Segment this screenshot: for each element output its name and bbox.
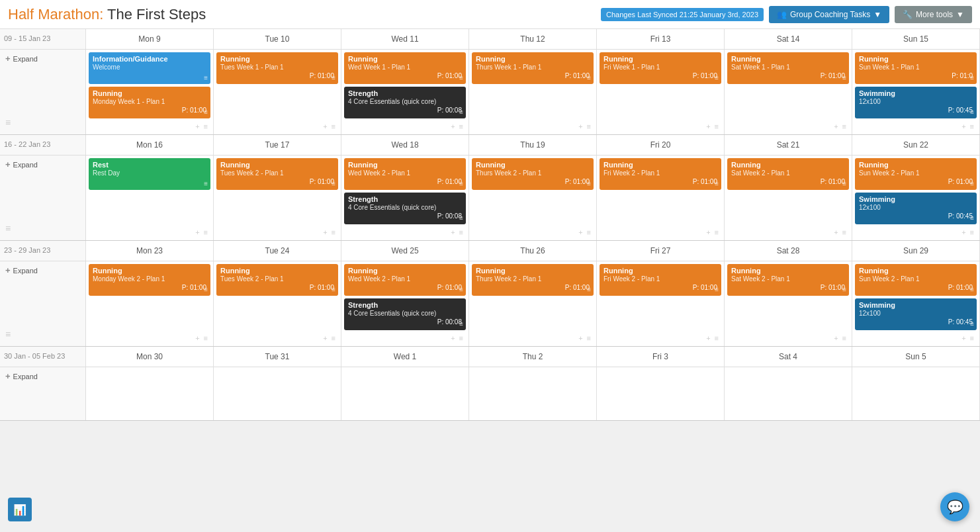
add-icon[interactable]: + [451, 228, 455, 236]
week2-sun-card2[interactable]: Swimming 12x100 P: 00:45 ≡ [855, 193, 977, 224]
card-time: P: 01:00 [93, 284, 206, 291]
week3-wed-card2[interactable]: Strength 4 Core Essentials (quick core) … [344, 298, 466, 330]
add-icon[interactable]: + [706, 334, 710, 342]
week4-expand-btn[interactable]: + Expand [5, 371, 80, 381]
week3-tue-card1[interactable]: Running Tues Week 2 - Plan 1 P: 01:00 ≡ [216, 264, 338, 296]
week1-thu-card1[interactable]: Running Thurs Week 1 - Plan 1 P: 01:00 ≡ [472, 52, 594, 84]
week2-mon-card1[interactable]: Rest Rest Day ≡ [89, 158, 210, 190]
week3-tue-footer: + ≡ [216, 333, 338, 343]
week1-fri-card1[interactable]: Running Fri Week 1 - Plan 1 P: 01:00 ≡ [600, 52, 721, 84]
week3-sun-card1[interactable]: Running Sun Week 2 - Plan 1 P: 01:00 ≡ [855, 264, 977, 296]
group-coaching-button[interactable]: 👥 Group Coaching Tasks ▼ [769, 6, 889, 23]
week3-fri-footer: + ≡ [600, 333, 721, 343]
wrench-icon: 🔧 [903, 10, 913, 19]
add-icon[interactable]: + [323, 228, 327, 236]
chevron-down-icon-2: ▼ [956, 10, 964, 19]
week1-tue-card1[interactable]: Running Tues Week 1 - Plan 1 P: 01:00 ≡ [216, 52, 338, 84]
add-icon[interactable]: + [451, 334, 455, 342]
week2-wed-header: Wed 18 [341, 135, 469, 155]
add-icon[interactable]: + [195, 122, 199, 130]
week3-mon-footer: + ≡ [89, 333, 210, 343]
week1-wed-card2[interactable]: Strength 4 Core Essentials (quick core) … [344, 87, 466, 118]
add-icon[interactable]: + [706, 122, 710, 130]
week3-thu-card1[interactable]: Running Thurs Week 2 - Plan 1 P: 01:00 ≡ [472, 264, 594, 296]
week2-mon-header: Mon 16 [86, 135, 214, 155]
week3-expand-btn[interactable]: + Expand [5, 265, 80, 275]
more-tools-button[interactable]: 🔧 More tools ▼ [895, 6, 972, 23]
add-icon[interactable]: + [961, 122, 965, 130]
card-menu-icon: ≡ [204, 109, 208, 116]
add-icon[interactable]: + [451, 122, 455, 130]
card-menu-icon: ≡ [970, 74, 974, 81]
week3-sat-card1[interactable]: Running Sat Week 2 - Plan 1 P: 01:00 ≡ [727, 264, 849, 296]
plus-icon-w3: + [5, 265, 11, 275]
card-menu-icon: ≡ [204, 74, 208, 81]
week2-wed-card1[interactable]: Running Wed Week 2 - Plan 1 P: 01:00 ≡ [344, 158, 466, 190]
card-subtitle: Fri Week 1 - Plan 1 [603, 64, 717, 71]
week1-sun-card2[interactable]: Swimming 12x100 P: 00:45 ≡ [855, 87, 977, 118]
add-icon[interactable]: + [195, 228, 199, 236]
card-title: Running [731, 55, 845, 63]
week2-tue-card1[interactable]: Running Tues Week 2 - Plan 1 P: 01:00 ≡ [216, 158, 338, 190]
add-icon[interactable]: + [578, 122, 582, 130]
add-icon[interactable]: + [961, 334, 965, 342]
week3-fri-card1[interactable]: Running Fri Week 2 - Plan 1 P: 01:00 ≡ [600, 264, 721, 296]
sync-badge: Changes Last Synced 21:25 January 3rd, 2… [601, 8, 764, 21]
add-icon[interactable]: + [961, 228, 965, 236]
week3-wed-footer: + ≡ [344, 333, 466, 343]
add-icon[interactable]: + [323, 122, 327, 130]
week1-thu-footer: + ≡ [472, 121, 594, 132]
week1-wed-footer: + ≡ [344, 121, 466, 132]
week3-wed-card1[interactable]: Running Wed Week 2 - Plan 1 P: 01:00 ≡ [344, 264, 466, 296]
card-time: P: 00:45 [859, 107, 973, 114]
card-time: P: 01:00 [476, 178, 590, 185]
add-icon[interactable]: + [323, 334, 327, 342]
add-icon[interactable]: + [706, 228, 710, 236]
week1-expand-btn[interactable]: + Expand [5, 54, 80, 64]
card-subtitle: 12x100 [859, 310, 973, 317]
menu-icon: ≡ [204, 122, 208, 130]
week1-fri-cell: Running Fri Week 1 - Plan 1 P: 01:00 ≡ +… [597, 50, 725, 134]
week1-sat-cell: Running Sat Week 1 - Plan 1 P: 01:00 ≡ +… [725, 50, 852, 134]
week2-sat-card1[interactable]: Running Sat Week 2 - Plan 1 P: 01:00 ≡ [727, 158, 849, 190]
week3-wed-header: Wed 25 [341, 241, 469, 261]
add-icon[interactable]: + [834, 228, 838, 236]
week1-wed-card1[interactable]: Running Wed Week 1 - Plan 1 P: 01:00 ≡ [344, 52, 466, 84]
week4-sun-header: Sun 5 [852, 347, 980, 367]
add-icon[interactable]: + [578, 334, 582, 342]
add-icon[interactable]: + [195, 334, 199, 342]
card-menu-icon: ≡ [459, 109, 463, 116]
card-title: Running [348, 55, 462, 63]
card-menu-icon: ≡ [970, 180, 974, 187]
week2-wed-card2[interactable]: Strength 4 Core Essentials (quick core) … [344, 193, 466, 224]
card-subtitle: Wed Week 1 - Plan 1 [348, 64, 462, 71]
card-time: P: 01:0 [859, 72, 973, 79]
add-icon[interactable]: + [834, 334, 838, 342]
week3-mon-card1[interactable]: Running Monday Week 2 - Plan 1 P: 01:00 … [89, 264, 210, 296]
add-icon[interactable]: + [834, 122, 838, 130]
week2-sun-card1[interactable]: Running Sun Week 2 - Plan 1 P: 01:00 ≡ [855, 158, 977, 190]
week3-thu-cell: Running Thurs Week 2 - Plan 1 P: 01:00 ≡… [469, 261, 597, 346]
week2-mon-cell: Rest Rest Day ≡ + ≡ [86, 155, 214, 240]
week2-header-row: 16 - 22 Jan 23 Mon 16 Tue 17 Wed 18 Thu … [0, 135, 980, 155]
card-subtitle: Sun Week 2 - Plan 1 [859, 169, 973, 177]
week1-mon-card2[interactable]: Running Monday Week 1 - Plan 1 P: 01:00 … [89, 87, 210, 118]
card-menu-icon: ≡ [842, 180, 846, 187]
card-menu-icon: ≡ [587, 180, 591, 187]
week3-sun-cell: Running Sun Week 2 - Plan 1 P: 01:00 ≡ S… [852, 261, 980, 346]
add-icon[interactable]: + [578, 228, 582, 236]
card-menu-icon: ≡ [459, 286, 463, 293]
week2-fri-card1[interactable]: Running Fri Week 2 - Plan 1 P: 01:00 ≡ [600, 158, 721, 190]
week3-tue-header: Tue 24 [214, 241, 341, 261]
menu-icon: ≡ [332, 122, 335, 130]
card-title: Running [93, 267, 206, 275]
week1-sat-card1[interactable]: Running Sat Week 1 - Plan 1 P: 01:00 ≡ [727, 52, 849, 84]
week1-sun-card1[interactable]: Running Sun Week 1 - Plan 1 P: 01:0 ≡ [855, 52, 977, 84]
week2-expand-btn[interactable]: + Expand [5, 159, 80, 169]
week3-sun-card2[interactable]: Swimming 12x100 P: 00:45 ≡ [855, 298, 977, 330]
card-subtitle: Sat Week 1 - Plan 1 [731, 64, 845, 71]
card-menu-icon: ≡ [204, 180, 208, 187]
week1-mon-card1[interactable]: Information/Guidance Welcome ≡ [89, 52, 210, 84]
week2-thu-card1[interactable]: Running Thurs Week 2 - Plan 1 P: 01:00 ≡ [472, 158, 594, 190]
week4-wed-header: Wed 1 [341, 347, 469, 367]
